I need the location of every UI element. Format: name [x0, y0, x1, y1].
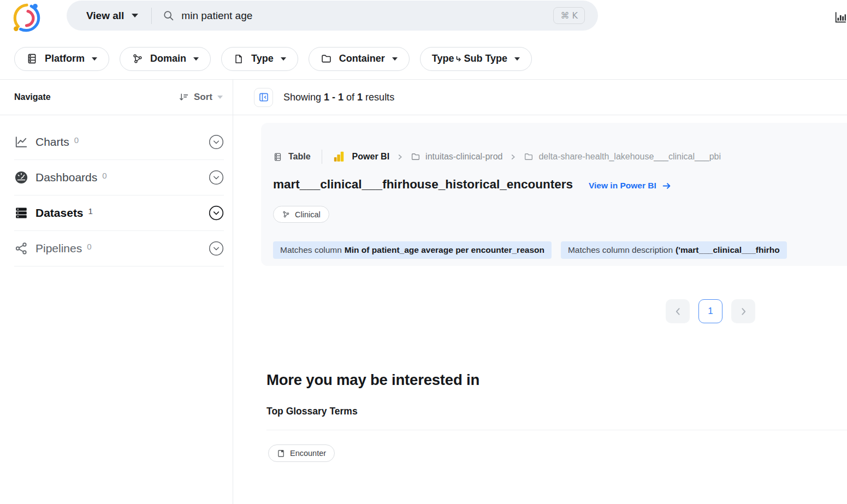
- match-description-chip: Matches column description ('mart___clin…: [561, 241, 787, 259]
- app-logo[interactable]: [10, 2, 44, 35]
- glossary-section-title: Top Glossary Terms: [266, 406, 358, 417]
- chevron-left-icon: [674, 307, 682, 316]
- recommendations-title: More you may be interested in: [266, 371, 479, 389]
- collapse-sidebar-icon[interactable]: [254, 88, 273, 107]
- analytics-bar-chart-icon[interactable]: [833, 10, 847, 24]
- search-icon: [163, 10, 174, 21]
- sidebar-item-label: Datasets: [35, 206, 84, 220]
- sidebar-item-charts[interactable]: Charts 0: [14, 124, 224, 160]
- sort-icon: [178, 92, 189, 103]
- sidebar-item-label: Charts: [35, 135, 69, 149]
- breadcrumb-platform[interactable]: Power BI: [333, 151, 389, 163]
- filter-bar: Platform Domain Type Container: [0, 38, 847, 80]
- glossary-term-label: Encounter: [290, 449, 326, 458]
- sort-button[interactable]: Sort: [178, 92, 223, 103]
- pagination-next-button[interactable]: [731, 299, 755, 323]
- summary-total: 1: [357, 92, 363, 103]
- chevron-down-icon: [281, 57, 286, 61]
- pagination-page-1[interactable]: 1: [698, 299, 722, 323]
- filter-label-prefix: Type: [432, 53, 454, 64]
- breadcrumb-platform-label: Power BI: [352, 152, 389, 162]
- breadcrumb: Table Power BI: [273, 150, 721, 164]
- breadcrumb-container-2[interactable]: delta-share-health_lakehouse___clinical_…: [524, 152, 721, 162]
- folder-icon: [411, 152, 420, 162]
- filter-container-button[interactable]: Container: [309, 47, 410, 71]
- section-divider: [266, 430, 847, 430]
- results-panel: Showing 1 - 1 of 1 results Table: [233, 80, 847, 504]
- sidebar-item-count: 0: [102, 171, 106, 180]
- chevron-down-icon: [132, 14, 138, 17]
- filter-label-suffix: Sub Type: [464, 53, 507, 64]
- sidebar-title: Navigate: [14, 92, 51, 102]
- asset-type-label: Table: [288, 152, 311, 162]
- keyboard-shortcut-badge: ⌘ K: [553, 7, 585, 24]
- sidebar-item-count: 0: [74, 135, 79, 145]
- sort-label: Sort: [194, 92, 212, 103]
- expand-chevron-icon[interactable]: [209, 170, 224, 185]
- chevron-down-icon: [392, 57, 398, 61]
- result-title-row: mart___clinical___fhirhouse_historical_e…: [273, 177, 671, 192]
- powerbi-icon: [333, 151, 345, 163]
- filter-label: Container: [339, 53, 385, 64]
- navigate-sidebar: Navigate Sort Charts 0: [0, 80, 233, 504]
- chevron-down-icon: [514, 57, 520, 61]
- filter-domain-button[interactable]: Domain: [120, 47, 211, 71]
- search-divider: [151, 8, 152, 24]
- sidebar-header: Navigate Sort: [0, 80, 233, 115]
- domain-graph-icon: [282, 210, 290, 218]
- sidebar-item-datasets[interactable]: Datasets 1: [14, 195, 224, 231]
- global-search-bar: View all ⌘ K: [67, 1, 598, 31]
- expand-chevron-icon[interactable]: [209, 134, 224, 150]
- asset-type: Table: [273, 152, 311, 162]
- summary-text: of: [346, 92, 354, 103]
- breadcrumb-container-1[interactable]: intuitas-clinical-prod: [411, 152, 502, 162]
- folder-icon: [321, 53, 332, 64]
- pagination: 1: [666, 299, 755, 323]
- summary-text: results: [365, 92, 394, 103]
- match-column-chip: Matches column Min of patient_age averag…: [273, 241, 552, 259]
- filter-label: Domain: [150, 53, 186, 64]
- filter-label: Type: [251, 53, 274, 64]
- tag-label: Clinical: [295, 210, 321, 219]
- sidebar-item-label: Dashboards: [35, 171, 97, 184]
- chevron-down-icon: [92, 57, 97, 61]
- glossary-term-encounter[interactable]: Encounter: [268, 444, 335, 462]
- dashboard-gauge-icon: [14, 170, 28, 185]
- view-link-label: View in Power BI: [589, 181, 656, 191]
- filter-platform-button[interactable]: Platform: [14, 47, 109, 71]
- search-input[interactable]: [181, 10, 553, 22]
- pipelines-share-icon: [14, 241, 28, 256]
- table-icon: [273, 152, 282, 162]
- datasets-stack-icon: [14, 206, 28, 220]
- domain-tag-clinical[interactable]: Clinical: [273, 206, 329, 223]
- expand-chevron-icon[interactable]: [209, 241, 224, 256]
- summary-range: 1 - 1: [324, 92, 343, 103]
- match-prefix: Matches column description: [568, 245, 673, 255]
- sidebar-item-pipelines[interactable]: Pipelines 0: [14, 231, 224, 266]
- pagination-prev-button[interactable]: [666, 299, 690, 323]
- view-in-powerbi-link[interactable]: View in Power BI: [589, 181, 671, 191]
- chevron-down-icon: [217, 96, 223, 99]
- domain-graph-icon: [132, 53, 143, 64]
- filter-type-button[interactable]: Type: [221, 47, 298, 71]
- match-highlight: Min of patient_age average per encounter…: [345, 245, 544, 255]
- result-title[interactable]: mart___clinical___fhirhouse_historical_e…: [273, 177, 573, 192]
- sidebar-item-count: 1: [88, 206, 93, 216]
- sidebar-item-dashboards[interactable]: Dashboards 0: [14, 160, 224, 195]
- chevron-down-icon: [193, 57, 199, 61]
- sidebar-nav-list: Charts 0: [0, 115, 233, 266]
- app-header: View all ⌘ K: [0, 0, 847, 38]
- sidebar-item-label: Pipelines: [35, 242, 82, 255]
- chevron-right-icon: [739, 307, 748, 316]
- glossary-term-icon: [277, 449, 285, 458]
- results-summary: Showing 1 - 1 of 1 results: [283, 92, 394, 103]
- summary-text: Showing: [283, 92, 321, 103]
- match-highlight: ('mart___clinical___fhirho: [676, 245, 780, 255]
- search-scope-dropdown[interactable]: View all: [86, 10, 138, 22]
- filter-type-subtype-button[interactable]: Type Sub Type: [420, 47, 532, 71]
- expand-chevron-icon[interactable]: [209, 205, 224, 221]
- file-icon: [233, 54, 244, 64]
- match-highlights: Matches column Min of patient_age averag…: [273, 241, 787, 259]
- line-chart-icon: [14, 135, 28, 149]
- result-card: Table Power BI: [261, 123, 847, 266]
